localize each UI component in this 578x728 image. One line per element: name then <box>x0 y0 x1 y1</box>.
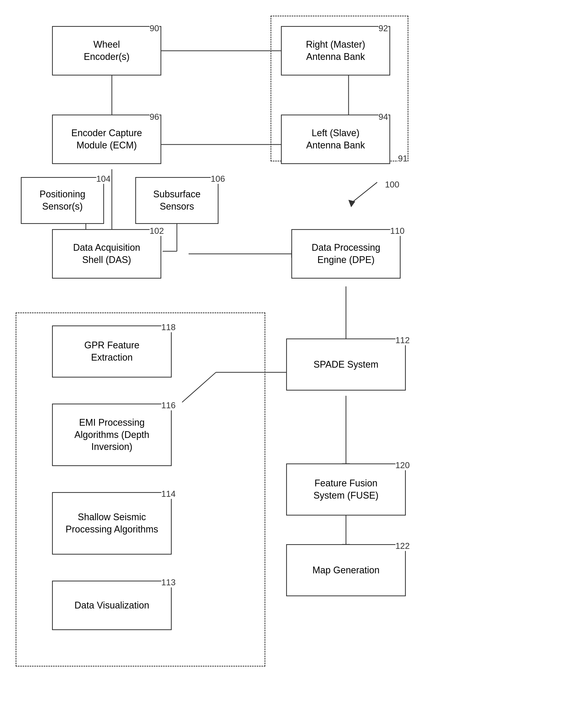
wheel-encoder-label: WheelEncoder(s) <box>84 38 130 63</box>
ref-91: 91 <box>398 154 408 163</box>
ref-96: 96 <box>149 112 159 122</box>
fuse-box: Feature FusionSystem (FUSE) <box>286 464 406 516</box>
data-vis-label: Data Visualization <box>74 599 149 612</box>
emi-label: EMI ProcessingAlgorithms (DepthInversion… <box>74 417 149 453</box>
svg-line-20 <box>351 182 377 203</box>
ref-106: 106 <box>211 174 225 184</box>
dpe-box: Data ProcessingEngine (DPE) <box>291 229 401 279</box>
ref-102: 102 <box>149 226 164 236</box>
ref-94: 94 <box>379 112 388 122</box>
left-antenna-box: Left (Slave)Antenna Bank <box>281 114 390 164</box>
ref-114: 114 <box>161 489 175 499</box>
emi-box: EMI ProcessingAlgorithms (DepthInversion… <box>52 404 172 466</box>
left-antenna-label: Left (Slave)Antenna Bank <box>306 127 365 152</box>
positioning-sensor-box: PositioningSensor(s) <box>21 177 104 224</box>
spade-label: SPADE System <box>313 359 378 371</box>
svg-marker-21 <box>349 200 355 207</box>
ref-100: 100 <box>385 180 399 189</box>
seismic-label: Shallow SeismicProcessing Algorithms <box>65 511 158 536</box>
encoder-capture-box: Encoder CaptureModule (ECM) <box>52 114 161 164</box>
ref-113: 113 <box>161 577 175 588</box>
ref-112: 112 <box>395 335 410 345</box>
wheel-encoder-box: WheelEncoder(s) <box>52 26 161 76</box>
diagram: WheelEncoder(s) 90 Right (Master)Antenna… <box>0 0 578 728</box>
ref-104: 104 <box>96 174 111 184</box>
ref-110: 110 <box>390 226 405 236</box>
ref-122: 122 <box>395 541 410 551</box>
ref-90: 90 <box>149 23 159 33</box>
gpr-box: GPR FeatureExtraction <box>52 326 172 378</box>
ref-118: 118 <box>161 322 175 332</box>
ref-116: 116 <box>161 400 175 410</box>
seismic-box: Shallow SeismicProcessing Algorithms <box>52 492 172 554</box>
ref-120: 120 <box>395 460 410 470</box>
spade-box: SPADE System <box>286 338 406 391</box>
subsurface-sensors-box: SubsurfaceSensors <box>135 177 219 224</box>
positioning-sensor-label: PositioningSensor(s) <box>39 188 85 213</box>
gpr-label: GPR FeatureExtraction <box>84 339 139 364</box>
das-box: Data AcquisitionShell (DAS) <box>52 229 161 279</box>
subsurface-sensors-label: SubsurfaceSensors <box>153 188 200 213</box>
dpe-label: Data ProcessingEngine (DPE) <box>312 242 380 266</box>
map-gen-label: Map Generation <box>312 564 380 576</box>
das-label: Data AcquisitionShell (DAS) <box>73 242 140 266</box>
map-gen-box: Map Generation <box>286 544 406 596</box>
fuse-label: Feature FusionSystem (FUSE) <box>313 477 379 502</box>
data-vis-box: Data Visualization <box>52 581 172 630</box>
encoder-capture-label: Encoder CaptureModule (ECM) <box>71 127 142 152</box>
